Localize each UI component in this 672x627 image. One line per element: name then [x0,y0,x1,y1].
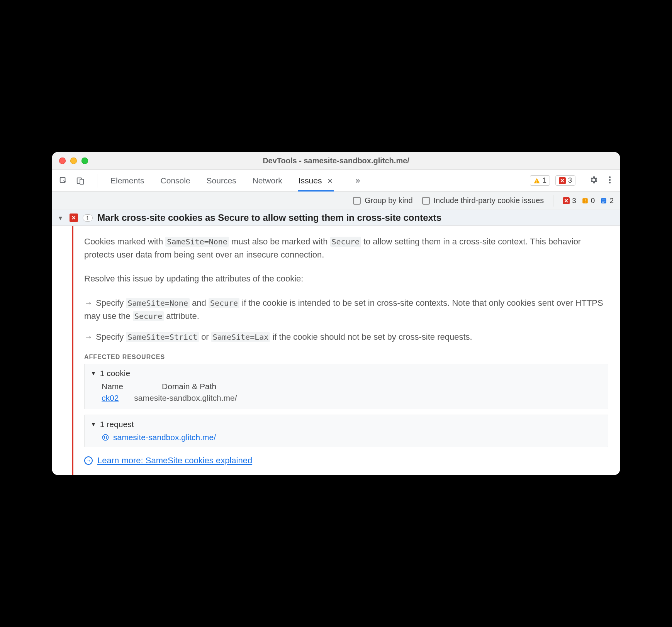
bar-errors[interactable]: 3 [563,197,576,205]
svg-rect-4 [536,182,537,183]
tab-sources[interactable]: Sources [206,176,237,185]
svg-point-15 [103,434,109,440]
warnings-count: 1 [543,176,546,185]
disclosure-triangle-icon[interactable]: ▼ [56,214,65,222]
devtools-window: DevTools - samesite-sandbox.glitch.me/ E… [52,152,620,475]
svg-rect-13 [602,201,606,202]
svg-point-7 [609,182,611,183]
tabs-overflow-icon[interactable]: » [355,176,360,186]
learn-more-row: → Learn more: SameSite cookies explained [84,456,608,466]
cookie-domain: samesite-sandbox.glitch.me/ [134,393,237,403]
errors-count: 3 [568,176,572,185]
tab-console[interactable]: Console [160,176,191,185]
bar-warnings[interactable]: 0 [582,197,595,205]
svg-rect-10 [585,202,585,203]
include-third-party-label: Include third-party cookie issues [434,196,544,205]
inspect-icon[interactable] [59,176,68,185]
issues-options-bar: Group by kind Include third-party cookie… [52,191,620,210]
issue-body: Cookies marked with SameSite=None must a… [52,226,620,475]
svg-rect-12 [602,200,606,200]
issue-resolution-lead: Resolve this issue by updating the attri… [84,272,608,285]
col-name: Name [102,382,123,391]
svg-rect-14 [602,202,604,203]
close-tab-icon[interactable]: ✕ [327,177,333,185]
window-title: DevTools - samesite-sandbox.glitch.me/ [52,156,620,165]
window-titlebar: DevTools - samesite-sandbox.glitch.me/ [52,152,620,170]
device-toolbar-icon[interactable] [76,176,85,185]
more-icon[interactable] [606,175,614,186]
info-icon [600,197,607,204]
issue-count-pill: 1 [83,214,93,222]
issue-description: Cookies marked with SameSite=None must a… [84,235,608,261]
include-third-party-checkbox[interactable]: Include third-party cookie issues [422,196,544,205]
errors-badge[interactable]: 3 [555,175,575,186]
error-icon [563,197,570,204]
issue-title: Mark cross-site cookies as Secure to all… [97,212,441,223]
breaking-change-icon [582,197,589,204]
col-domain: Domain & Path [162,382,216,391]
chevron-down-icon: ▼ [91,421,96,427]
bar-info[interactable]: 2 [600,197,614,205]
affected-cookies-toggle[interactable]: ▼ 1 cookie [91,369,602,378]
learn-more-link[interactable]: Learn more: SameSite cookies explained [97,456,252,466]
panel-tabs: Elements Console Sources Network Issues … [52,170,620,191]
svg-point-5 [609,176,611,178]
issue-row[interactable]: ▼ 1 Mark cross-site cookies as Secure to… [52,210,620,226]
traffic-lights [52,158,88,164]
affected-requests-toggle[interactable]: ▼ 1 request [91,420,602,429]
error-icon [559,177,566,184]
affected-resources-label: AFFECTED RESOURCES [84,354,608,361]
warning-icon [533,177,540,184]
minimize-window-button[interactable] [70,158,77,164]
group-by-kind-checkbox[interactable]: Group by kind [353,196,413,205]
affected-cookies-box: ▼ 1 cookie Name Domain & Path ck02 sames… [84,364,608,409]
tab-issues[interactable]: Issues ✕ [298,176,334,185]
request-row[interactable]: samesite-sandbox.glitch.me/ [102,433,602,442]
tab-issues-label: Issues [299,176,322,185]
chevron-down-icon: ▼ [91,370,96,376]
request-url: samesite-sandbox.glitch.me/ [113,433,216,442]
svg-point-6 [609,179,611,181]
close-window-button[interactable] [59,158,66,164]
cookie-row: ck02 samesite-sandbox.glitch.me/ [102,393,602,403]
network-request-icon [102,434,109,441]
cookie-name-link[interactable]: ck02 [102,393,119,403]
error-icon [70,214,78,222]
svg-rect-3 [536,180,537,181]
group-by-kind-label: Group by kind [365,196,413,205]
settings-icon[interactable] [587,175,601,186]
affected-requests-box: ▼ 1 request samesite-sandbox.glitch.me/ [84,415,608,447]
learn-more-icon: → [84,456,93,465]
svg-rect-9 [585,199,585,201]
tab-network[interactable]: Network [252,176,283,185]
tab-elements[interactable]: Elements [110,176,145,185]
warnings-badge[interactable]: 1 [530,175,550,186]
issue-bullet-1: → Specify SameSite=None and Secure if th… [84,297,608,323]
svg-rect-2 [80,179,83,184]
issue-bullet-2: → Specify SameSite=Strict or SameSite=La… [84,330,608,344]
zoom-window-button[interactable] [81,158,88,164]
